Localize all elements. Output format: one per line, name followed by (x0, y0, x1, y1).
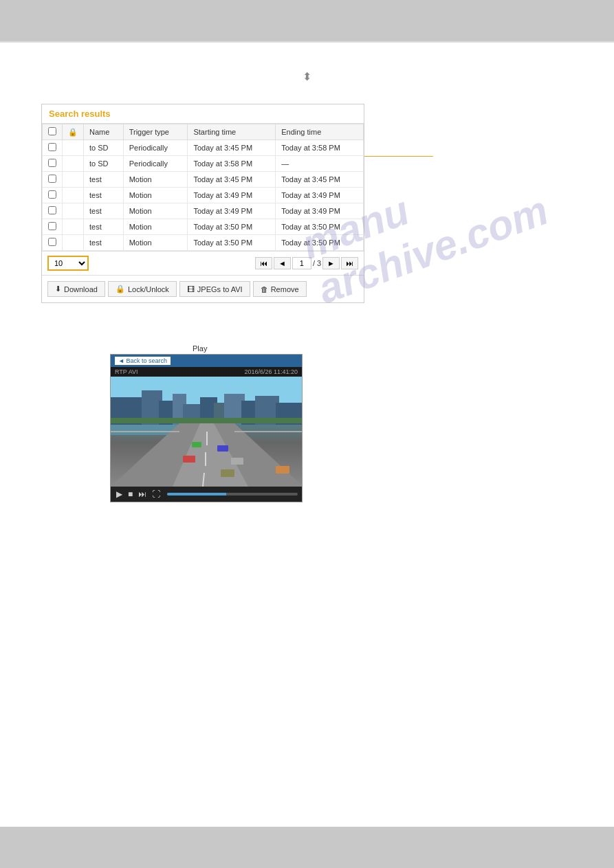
search-results-title: Search results (42, 104, 364, 124)
video-timestamp: 2016/6/26 11:41:20 (244, 368, 298, 375)
col-start: Starting time (188, 124, 276, 140)
action-bar: ⬇ Download 🔒 Lock/Unlock 🎞 JPEGs to AVI … (42, 275, 364, 302)
row-trigger-3: Motion (123, 188, 188, 203)
first-page-btn[interactable]: ⏮ (255, 257, 272, 269)
row-start-3: Today at 3:49 PM (188, 188, 276, 203)
row-start-0: Today at 3:45 PM (188, 140, 276, 156)
row-end-0: Today at 3:58 PM (276, 140, 364, 156)
svg-rect-23 (221, 469, 234, 477)
next-page-btn[interactable]: ► (322, 257, 340, 269)
back-to-search-button[interactable]: ◄ Back to search (115, 357, 171, 365)
pagination-controls: ⏮ ◄ / 3 ► ⏭ (255, 257, 358, 269)
row-name-1: to SD (84, 156, 124, 172)
page-separator: / 3 (313, 259, 321, 267)
row-name-2: test (84, 172, 124, 188)
video-topbar: ◄ Back to search (111, 355, 302, 367)
row-lock-cell (63, 188, 84, 203)
row-start-6: Today at 3:50 PM (188, 235, 276, 251)
svg-rect-24 (276, 466, 289, 474)
video-controls: ▶ ■ ⏭ ⛶ (111, 487, 302, 502)
col-checkbox (43, 124, 63, 140)
col-name: Name (84, 124, 124, 140)
play-button[interactable]: ▶ (115, 489, 124, 499)
select-all-checkbox[interactable] (48, 127, 56, 135)
video-scene-svg (111, 377, 302, 487)
row-lock-cell (63, 140, 84, 156)
row-end-3: Today at 3:49 PM (276, 188, 364, 203)
row-trigger-2: Motion (123, 172, 188, 188)
row-checkbox-cell (43, 140, 63, 156)
row-name-4: test (84, 203, 124, 219)
row-trigger-0: Periodically (123, 140, 188, 156)
row-end-2: Today at 3:45 PM (276, 172, 364, 188)
row-checkbox-5[interactable] (48, 222, 56, 230)
row-checkbox-cell (43, 203, 63, 219)
per-page-select[interactable]: 10 25 50 (47, 256, 89, 271)
row-name-6: test (84, 235, 124, 251)
row-checkbox-6[interactable] (48, 238, 56, 246)
row-start-4: Today at 3:49 PM (188, 203, 276, 219)
tooltip-line (364, 156, 433, 157)
lock-icon: 🔒 (116, 285, 125, 293)
row-checkbox-2[interactable] (48, 175, 56, 183)
row-trigger-6: Motion (123, 235, 188, 251)
sort-arrow[interactable]: ⬍ (41, 70, 573, 83)
row-lock-cell (63, 172, 84, 188)
table-row: test Motion Today at 3:49 PM Today at 3:… (43, 203, 364, 219)
page-number-input[interactable] (292, 257, 311, 269)
svg-rect-19 (183, 456, 195, 463)
stop-button[interactable]: ■ (127, 489, 134, 499)
search-results-section: Search results 🔒 Name Trigger type Start… (41, 104, 573, 303)
film-icon: 🎞 (187, 285, 195, 293)
row-name-3: test (84, 188, 124, 203)
row-lock-cell (63, 235, 84, 251)
table-row: test Motion Today at 3:50 PM Today at 3:… (43, 219, 364, 235)
col-trigger: Trigger type (123, 124, 188, 140)
table-row: test Motion Today at 3:45 PM Today at 3:… (43, 172, 364, 188)
row-checkbox-cell (43, 188, 63, 203)
row-checkbox-cell (43, 219, 63, 235)
results-table: 🔒 Name Trigger type Starting time Ending… (42, 124, 364, 251)
top-bar (0, 0, 614, 41)
col-end: Ending time (276, 124, 364, 140)
trash-icon: 🗑 (261, 285, 268, 293)
row-lock-cell (63, 156, 84, 172)
play-section: Play ◄ Back to search RTP AVI 2016/6/26 … (110, 344, 573, 502)
lock-unlock-button[interactable]: 🔒 Lock/Unlock (108, 281, 177, 297)
row-checkbox-4[interactable] (48, 206, 56, 214)
download-icon: ⬇ (55, 285, 61, 293)
row-checkbox-0[interactable] (48, 143, 56, 151)
row-lock-cell (63, 203, 84, 219)
row-name-5: test (84, 219, 124, 235)
row-checkbox-3[interactable] (48, 190, 56, 199)
svg-rect-20 (217, 445, 228, 452)
row-end-4: Today at 3:49 PM (276, 203, 364, 219)
row-trigger-1: Periodically (123, 156, 188, 172)
row-checkbox-cell (43, 172, 63, 188)
fullscreen-button[interactable]: ⛶ (151, 489, 162, 499)
download-button[interactable]: ⬇ Download (47, 281, 105, 297)
bottom-bar (0, 827, 614, 868)
row-trigger-5: Motion (123, 219, 188, 235)
row-checkbox-1[interactable] (48, 159, 56, 167)
video-info-bar: RTP AVI 2016/6/26 11:41:20 (111, 367, 302, 377)
jpegs-to-avi-button[interactable]: 🎞 JPEGs to AVI (179, 281, 250, 297)
prev-page-btn[interactable]: ◄ (274, 257, 291, 269)
progress-bar-fill (167, 493, 226, 496)
step-button[interactable]: ⏭ (137, 489, 148, 499)
table-row: to SD Periodically Today at 3:58 PM — (43, 156, 364, 172)
row-start-5: Today at 3:50 PM (188, 219, 276, 235)
video-codec-label: RTP AVI (115, 368, 138, 375)
svg-rect-13 (111, 418, 302, 423)
row-name-0: to SD (84, 140, 124, 156)
row-end-6: Today at 3:50 PM (276, 235, 364, 251)
table-row: test Motion Today at 3:49 PM Today at 3:… (43, 188, 364, 203)
row-end-1: — (276, 156, 364, 172)
progress-bar-container[interactable] (167, 493, 298, 496)
row-end-5: Today at 3:50 PM (276, 219, 364, 235)
last-page-btn[interactable]: ⏭ (341, 257, 358, 269)
remove-button[interactable]: 🗑 Remove (253, 281, 307, 297)
pagination-row: 10 25 50 ⏮ ◄ / 3 ► ⏭ (42, 251, 364, 275)
row-start-1: Today at 3:58 PM (188, 156, 276, 172)
row-checkbox-cell (43, 156, 63, 172)
